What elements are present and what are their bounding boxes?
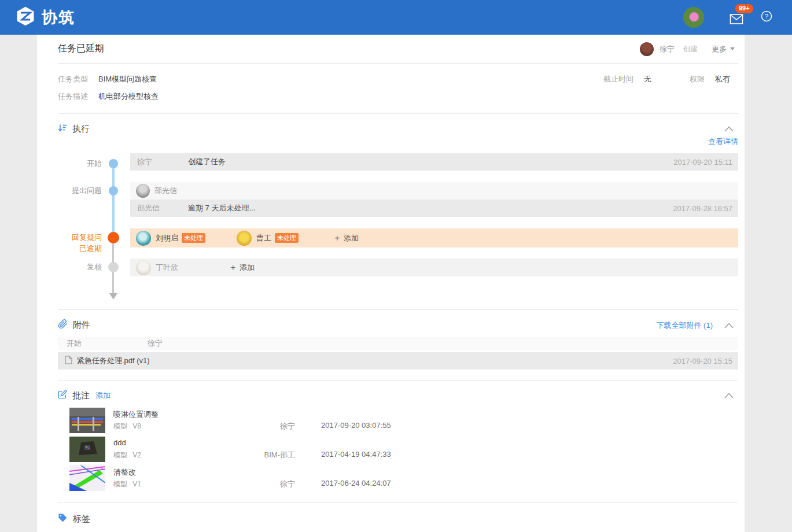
attachment-group-row: 开始 徐宁 bbox=[58, 337, 738, 350]
question-icon: ? bbox=[761, 10, 772, 22]
stage-label-reply: 回复疑问 bbox=[58, 233, 102, 242]
deadline-value: 无 bbox=[644, 74, 651, 84]
mail-icon bbox=[730, 13, 743, 25]
stage-dot-reply-overdue bbox=[108, 232, 119, 243]
timestamp: 2017-09-28 16:57 bbox=[673, 204, 732, 213]
action-text: 创建了任务 bbox=[188, 157, 226, 167]
annotation-type: 模型 bbox=[113, 422, 127, 430]
execution-section: 执行 查看详情 开始 提出问题 回复疑问 已逾期 复核 bbox=[58, 114, 738, 309]
collapse-annotations-button[interactable] bbox=[724, 390, 734, 401]
annotation-item: 喷淋位置调整 模型 V8 徐宁 2017-09-20 03:07:55 bbox=[58, 407, 738, 436]
person-name: 曹工 bbox=[256, 233, 271, 243]
chevron-up-icon bbox=[724, 126, 734, 132]
permission-value: 私有 bbox=[715, 74, 730, 84]
timeline-row-review-assignees: 丁叶欣 ＋添加 bbox=[130, 258, 738, 276]
annotation-type: 模型 bbox=[113, 480, 127, 488]
description-label: 任务描述 bbox=[58, 91, 88, 102]
notification-badge: 99+ bbox=[735, 4, 753, 13]
annotation-title[interactable]: 清整改 bbox=[113, 467, 136, 478]
task-title-bar: 任务已延期 徐宁 创建 更多 bbox=[58, 35, 738, 64]
avatar bbox=[237, 231, 252, 246]
person-chip[interactable]: 邵光信 bbox=[136, 184, 177, 198]
chevron-up-icon bbox=[724, 393, 734, 398]
pdf-file-icon bbox=[65, 356, 72, 366]
creator-action-label: 创建 bbox=[683, 44, 698, 54]
notifications-button[interactable]: 99+ bbox=[730, 9, 745, 26]
annotation-author: 徐宁 bbox=[202, 421, 295, 431]
attachment-stage: 开始 bbox=[67, 338, 148, 349]
timeline-row-reply-assignees: 刘明启 未处理 曹工 未处理 ＋添加 bbox=[130, 228, 738, 247]
person-chip[interactable]: 丁叶欣 bbox=[136, 260, 229, 275]
stage-label-overdue: 已逾期 bbox=[58, 244, 102, 253]
deadline-label: 截止时间 bbox=[603, 74, 633, 84]
chevron-up-icon bbox=[724, 323, 734, 328]
add-annotation-button[interactable]: 添加 bbox=[95, 390, 110, 401]
annotation-title[interactable]: 喷淋位置调整 bbox=[113, 409, 159, 420]
timeline-line-active bbox=[112, 164, 115, 238]
avatar bbox=[136, 184, 150, 198]
attachments-section-title: 附件 bbox=[73, 320, 90, 331]
annotation-title[interactable]: ddd bbox=[113, 438, 126, 447]
plus-icon: ＋ bbox=[229, 262, 237, 272]
annotation-timestamp: 2017-09-20 03:07:55 bbox=[321, 421, 391, 430]
timestamp: 2017-09-20 15:15 bbox=[673, 357, 732, 365]
permission-label: 权限 bbox=[690, 74, 705, 84]
download-all-link[interactable]: 下载全部附件 (1) bbox=[657, 320, 713, 331]
timeline-arrow-icon bbox=[109, 293, 117, 300]
stage-label-review: 复核 bbox=[58, 263, 102, 272]
annotation-timestamp: 2017-04-19 04:47:33 bbox=[321, 450, 391, 459]
stage-label-start: 开始 bbox=[58, 159, 102, 168]
view-details-link[interactable]: 查看详情 bbox=[708, 137, 738, 146]
user-avatar[interactable] bbox=[683, 7, 704, 28]
attachments-section: 附件 下载全部附件 (1) 开始 徐宁 bbox=[58, 310, 738, 380]
annotation-version: V8 bbox=[132, 422, 141, 430]
add-reviewer-button[interactable]: ＋添加 bbox=[229, 262, 255, 273]
annotations-section: 批注 添加 bbox=[58, 380, 738, 502]
help-button[interactable]: ? bbox=[761, 10, 772, 24]
stage-dot-raise-issue bbox=[109, 186, 118, 195]
tag-icon bbox=[58, 513, 68, 525]
collapse-execution-button[interactable] bbox=[724, 124, 734, 134]
svg-text:?: ? bbox=[765, 13, 768, 20]
timeline-row-created: 徐宁 创建了任务 2017-09-20 15:11 bbox=[130, 153, 738, 171]
annotation-thumbnail[interactable] bbox=[69, 437, 105, 462]
person-chip[interactable]: 刘明启 未处理 bbox=[136, 231, 229, 246]
creator-name: 徐宁 bbox=[660, 44, 675, 54]
avatar bbox=[136, 231, 151, 246]
status-badge: 未处理 bbox=[182, 233, 205, 243]
annotation-author: BIM-邵工 bbox=[202, 450, 295, 460]
annotation-item: ddd 模型 V2 BIM-邵工 2017-04-19 04:47:33 bbox=[58, 436, 738, 465]
sort-list-icon bbox=[58, 123, 67, 135]
paperclip-icon bbox=[58, 319, 68, 331]
avatar bbox=[136, 260, 151, 275]
person-chip[interactable]: 曹工 未处理 bbox=[237, 231, 312, 246]
actor-name: 徐宁 bbox=[137, 157, 188, 167]
timeline-row-overdue-note: 邵光信 逾期 7 天后未处理... 2017-09-28 16:57 bbox=[130, 200, 738, 217]
hexagon-logo-icon bbox=[14, 5, 37, 30]
annotation-version: V2 bbox=[132, 451, 141, 459]
annotation-type: 模型 bbox=[113, 451, 127, 459]
more-button[interactable]: 更多 bbox=[712, 44, 735, 54]
person-name: 邵光信 bbox=[154, 186, 177, 196]
person-name: 刘明启 bbox=[156, 233, 178, 243]
stage-label-raise-issue: 提出问题 bbox=[58, 186, 102, 195]
page-title: 任务已延期 bbox=[58, 43, 104, 55]
task-type-label: 任务类型 bbox=[58, 74, 88, 84]
annotation-author: 徐宁 bbox=[202, 479, 295, 489]
attachment-uploader: 徐宁 bbox=[148, 338, 163, 349]
person-name: 丁叶欣 bbox=[156, 263, 178, 273]
chevron-down-icon bbox=[730, 47, 735, 50]
add-assignee-button[interactable]: ＋添加 bbox=[333, 232, 359, 243]
attachment-file-row[interactable]: 紧急任务处理.pdf (v1) 2017-09-20 15:15 bbox=[58, 352, 738, 370]
description-value: 机电部分模型核查 bbox=[98, 91, 159, 102]
brand-logo[interactable]: 协筑 bbox=[14, 5, 75, 30]
timeline-row-issue-owner: 邵光信 bbox=[130, 182, 738, 200]
annotation-thumbnail[interactable] bbox=[69, 466, 105, 491]
execution-timeline: 开始 提出问题 回复疑问 已逾期 复核 徐宁 创建了任务 2017-09-20 … bbox=[58, 149, 738, 309]
creator-avatar[interactable] bbox=[640, 42, 654, 56]
annotation-version: V1 bbox=[132, 480, 141, 488]
task-fields: 任务类型 BIM模型问题核查 截止时间 无 权限 私有 任务描述 机电部分模型核… bbox=[58, 64, 738, 114]
action-text: 逾期 7 天后未处理... bbox=[188, 203, 255, 213]
annotation-thumbnail[interactable] bbox=[69, 408, 105, 433]
collapse-attachments-button[interactable] bbox=[724, 320, 734, 331]
